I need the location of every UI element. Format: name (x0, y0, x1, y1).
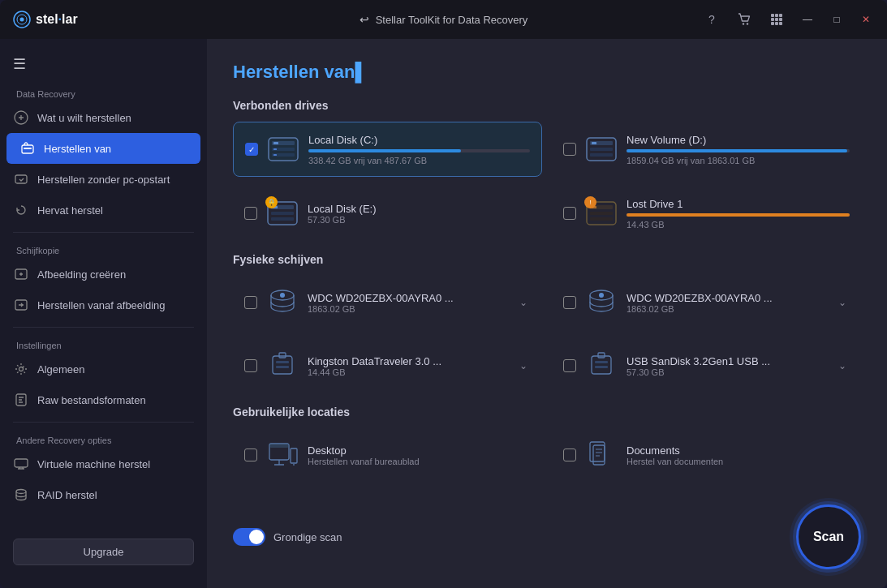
svg-rect-12 (775, 22, 778, 25)
grondige-scan-toggle[interactable] (233, 528, 265, 546)
help-button[interactable]: ? (702, 10, 721, 29)
titlebar: stel·lar ↩ Stellar ToolKit for Data Reco… (0, 0, 887, 39)
sidebar-upgrade: Upgrade (0, 529, 207, 575)
cart-button[interactable] (734, 10, 754, 29)
orange-badge-lost1: ! (584, 196, 596, 208)
app-logo: stel·lar (13, 11, 78, 28)
sidebar-item-label: Afbeelding creëren (37, 268, 126, 281)
drive-item-kingston[interactable]: Kingston DataTraveler 3.0 ... 14.44 GB ⌄ (233, 339, 542, 393)
section-fysieke-schijven-title: Fysieke schijven (233, 253, 861, 266)
grid-button[interactable] (767, 10, 786, 29)
locaties-grid: Desktop Herstellen vanaf bureaublad (233, 428, 861, 482)
documents-icon (584, 438, 618, 472)
sidebar-item-raid-herstel[interactable]: RAID herstel (0, 479, 207, 510)
sidebar-item-herstellen-zonder[interactable]: Herstellen zonder pc-opstart (0, 164, 207, 195)
drive-bar-c (308, 149, 530, 152)
drive-checkbox-sandisk[interactable] (563, 359, 576, 372)
section-title-instellingen: Instellingen (0, 334, 207, 354)
sidebar-item-wat-u-wilt[interactable]: Wat u wilt herstellen (0, 102, 207, 133)
svg-rect-54 (592, 356, 611, 374)
close-button[interactable]: ✕ (858, 14, 874, 25)
drive-size-lost1: 14.43 GB (626, 220, 850, 230)
drive-checkbox-lost1[interactable] (563, 207, 576, 220)
svg-rect-43 (590, 212, 613, 215)
minimize-button[interactable]: — (799, 14, 816, 25)
sidebar-item-raw-formats[interactable]: Raw bestandsformaten (0, 384, 207, 415)
sidebar-item-label: RAID herstel (37, 489, 97, 501)
drive-info-c: Local Disk (C:) 338.42 GB vrij van 487.6… (308, 134, 530, 165)
verbonden-drives-grid: Local Disk (C:) 338.42 GB vrij van 487.6… (233, 122, 861, 240)
sidebar-item-virtuele-machine[interactable]: Virtuele machine herstel (0, 449, 207, 479)
logo-text: stel·lar (36, 12, 78, 27)
drive-item-new-volume-d[interactable]: New Volume (D:) 1859.04 GB vrij van 1863… (552, 122, 861, 177)
upgrade-button[interactable]: Upgrade (13, 539, 194, 565)
back-icon: ↩ (360, 13, 369, 26)
svg-rect-29 (273, 148, 277, 150)
sidebar-item-label: Herstellen van (44, 143, 111, 155)
scan-button[interactable]: Scan (796, 504, 861, 569)
svg-point-4 (747, 23, 748, 24)
drive-checkbox-wdc2[interactable] (563, 296, 576, 309)
drive-expand-wdc2[interactable]: ⌄ (835, 295, 850, 310)
location-item-documents[interactable]: Documents Herstel van documenten (552, 428, 861, 482)
drive-bar-lost1 (626, 213, 850, 217)
section-title-data-recovery: Data Recovery (0, 83, 207, 102)
drive-item-lost-drive-1[interactable]: ! Lost Drive 1 14.43 GB (552, 187, 861, 240)
drive-expand-sandisk[interactable]: ⌄ (835, 358, 850, 373)
svg-rect-22 (15, 459, 28, 467)
drive-checkbox-desktop[interactable] (244, 449, 257, 461)
drive-item-local-disk-e[interactable]: 🔒 Local Disk (E:) 57.30 GB (233, 187, 542, 240)
svg-rect-56 (595, 361, 608, 363)
documents-name: Documents (626, 444, 850, 457)
documents-info: Documents Herstel van documenten (626, 444, 850, 466)
svg-rect-6 (775, 14, 778, 17)
drive-expand-wdc1[interactable]: ⌄ (516, 295, 531, 310)
drive-item-local-disk-c[interactable]: Local Disk (C:) 338.42 GB vrij van 487.6… (233, 122, 542, 177)
section-title-schijfkopie: Schijfkopie (0, 239, 207, 259)
drive-name-wdc2: WDC WD20EZBX-00AYRA0 ... (626, 292, 827, 304)
drive-checkbox-documents[interactable] (563, 449, 576, 461)
drive-checkbox-d[interactable] (563, 143, 576, 156)
recover-no-boot-icon (13, 171, 29, 187)
drive-item-wdc-1[interactable]: WDC WD20EZBX-00AYRA0 ... 1863.02 GB ⌄ (233, 276, 542, 329)
location-item-desktop[interactable]: Desktop Herstellen vanaf bureaublad (233, 428, 542, 482)
svg-rect-11 (771, 22, 774, 25)
main-layout: ☰ Data Recovery Wat u wilt herstellen (0, 39, 887, 588)
svg-rect-28 (273, 142, 278, 144)
drive-name-wdc1: WDC WD20EZBX-00AYRA0 ... (308, 292, 508, 304)
resume-recovery-icon (13, 202, 29, 218)
raw-formats-icon (13, 392, 29, 408)
lock-badge-e: 🔒 (265, 196, 278, 208)
drive-info-kingston: Kingston DataTraveler 3.0 ... 14.44 GB (308, 355, 508, 377)
drive-bar-fill-lost1 (626, 213, 850, 217)
svg-rect-8 (771, 18, 774, 21)
sidebar-item-afbeelding-creeren[interactable]: Afbeelding creëren (0, 259, 207, 290)
drive-checkbox-c[interactable] (245, 143, 258, 156)
drive-item-wdc-2[interactable]: WDC WD20EZBX-00AYRA0 ... 1863.02 GB ⌄ (552, 276, 861, 329)
drive-checkbox-kingston[interactable] (244, 359, 257, 372)
drive-bar-fill-d (626, 149, 847, 152)
drive-name-d: New Volume (D:) (626, 134, 850, 146)
hamburger-menu[interactable]: ☰ (0, 52, 207, 83)
sidebar-item-algemeen[interactable]: Algemeen (0, 354, 207, 384)
sidebar-item-herstellen-van[interactable]: Herstellen van (6, 133, 200, 164)
maximize-button[interactable]: □ (829, 14, 845, 25)
content-area: Herstellen van▌ Verbonden drives (207, 39, 887, 588)
svg-rect-60 (291, 449, 297, 463)
drive-checkbox-e[interactable] (244, 207, 257, 220)
svg-rect-38 (271, 212, 294, 215)
drive-icon-e: 🔒 (265, 196, 299, 230)
sidebar-item-herstellen-afbeelding[interactable]: Herstellen vanaf afbeelding (0, 290, 207, 320)
section-gebruikelijke-locaties-title: Gebruikelijke locaties (233, 406, 861, 418)
svg-rect-50 (273, 356, 292, 374)
drive-checkbox-wdc1[interactable] (244, 296, 257, 309)
svg-rect-16 (24, 148, 32, 149)
drive-name-c: Local Disk (C:) (308, 134, 530, 146)
documents-desc: Herstel van documenten (626, 457, 850, 466)
drive-size-wdc1: 1863.02 GB (308, 304, 508, 314)
drive-expand-kingston[interactable]: ⌄ (516, 358, 531, 373)
drive-name-lost1: Lost Drive 1 (626, 198, 850, 210)
sidebar-item-hervat-herstel[interactable]: Hervat herstel (0, 195, 207, 225)
drive-item-usb-sandisk[interactable]: USB SanDisk 3.2Gen1 USB ... 57.30 GB ⌄ (552, 339, 861, 393)
sidebar-item-label: Raw bestandsformaten (37, 394, 146, 406)
